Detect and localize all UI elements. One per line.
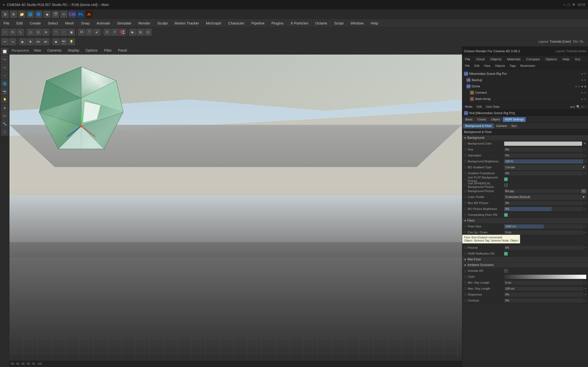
menu-plugins[interactable]: Plugins bbox=[270, 20, 285, 26]
sidebar-btn-camera[interactable]: 📷 bbox=[1, 88, 9, 95]
filter-menu[interactable]: Filter bbox=[102, 48, 113, 53]
saturation-value[interactable]: 0% bbox=[504, 153, 583, 158]
sidebar-btn-material[interactable]: ◈ bbox=[1, 104, 9, 111]
tool-render-view[interactable]: ▶ bbox=[129, 29, 136, 36]
tab-basic[interactable]: Basic bbox=[463, 117, 475, 122]
use-spherical-bg-checkbox[interactable] bbox=[504, 184, 508, 187]
menu-window[interactable]: Window bbox=[349, 20, 365, 26]
menu-mesh[interactable]: Mesh bbox=[63, 20, 75, 26]
dispersion-value[interactable]: 0% bbox=[504, 292, 583, 297]
tool-rotate[interactable]: ↻ bbox=[9, 29, 16, 36]
sidebar-btn-deformer[interactable]: ⌁ bbox=[1, 72, 9, 79]
options-menu[interactable]: Options bbox=[84, 48, 99, 53]
bg-color-arrow[interactable]: ▼ bbox=[583, 142, 586, 145]
tool2-light[interactable]: 💡 bbox=[68, 38, 75, 45]
fresnel-value[interactable]: 0% bbox=[504, 246, 583, 250]
tool-move[interactable]: ↔ bbox=[1, 29, 9, 36]
sidebar-btn-light[interactable]: 💡 bbox=[1, 96, 9, 103]
section-wet-floor[interactable]: ▼ Wet Floor bbox=[462, 257, 588, 262]
close-btn[interactable]: ✕ bbox=[572, 2, 575, 7]
cameras-menu[interactable]: Cameras bbox=[45, 48, 63, 53]
tab-camera[interactable]: Camera bbox=[494, 124, 509, 128]
oct-tab-tags[interactable]: Tags bbox=[508, 63, 517, 68]
tool2-stop[interactable]: ■ bbox=[27, 38, 34, 45]
taskbar-icon-8[interactable]: ✏ bbox=[60, 11, 68, 18]
taskbar-icon-ai[interactable]: Ai bbox=[85, 11, 93, 18]
oct-tab-file[interactable]: File bbox=[464, 63, 471, 68]
sidebar-btn-poly[interactable]: ⬡ bbox=[1, 128, 9, 136]
tool2-next[interactable]: ⏭ bbox=[42, 38, 49, 45]
tab-hdri[interactable]: HDRI Settings bbox=[503, 117, 526, 122]
sidebar-btn-scene[interactable]: 🌐 bbox=[1, 80, 9, 87]
disp-arrow[interactable]: + bbox=[585, 293, 586, 296]
menu-pipeline[interactable]: Pipeline bbox=[250, 20, 266, 26]
bg-brightness-value[interactable]: 100 % bbox=[504, 159, 583, 164]
max-ray-arrow[interactable]: + bbox=[585, 287, 586, 290]
tool-texture[interactable]: T bbox=[86, 29, 93, 36]
taskbar-icon-3[interactable]: 📁 bbox=[18, 11, 26, 18]
oct-menu-file[interactable]: File bbox=[464, 57, 472, 62]
tool-model[interactable]: M bbox=[78, 29, 85, 36]
menu-octane[interactable]: Octane bbox=[314, 20, 329, 26]
mode-tab[interactable]: Mode bbox=[464, 104, 474, 109]
tree-item-atom[interactable]: A Atom Array ■ ⚙ bbox=[462, 96, 588, 102]
tree-item-connect[interactable]: A Connect ■ ⚙ bbox=[462, 90, 588, 96]
oct-menu-materials[interactable]: Materials bbox=[506, 57, 522, 62]
tool-select[interactable]: ◻ bbox=[27, 29, 34, 36]
min-ray-arrow[interactable]: + bbox=[585, 281, 586, 284]
tool2-prev[interactable]: ⏮ bbox=[35, 38, 42, 45]
menu-edit[interactable]: Edit bbox=[15, 20, 24, 26]
display-menu[interactable]: Display bbox=[66, 48, 81, 53]
tab-sun[interactable]: Sun bbox=[509, 124, 519, 128]
tool-grid[interactable]: # bbox=[111, 29, 118, 36]
menu-xparticles[interactable]: X-Particles bbox=[289, 20, 310, 26]
tool-paint[interactable]: 🖌 bbox=[94, 29, 100, 36]
oct-tab-view[interactable]: View bbox=[483, 63, 492, 68]
tool-live[interactable]: ⊕ bbox=[42, 29, 49, 36]
oct-menu-compare[interactable]: Compare bbox=[525, 57, 541, 62]
menu-mograph[interactable]: MoGraph bbox=[205, 20, 223, 26]
tab-object[interactable]: Object bbox=[489, 117, 502, 122]
taskbar-icon-ps[interactable]: Ps bbox=[77, 11, 84, 18]
tool-render-all[interactable]: ⊡ bbox=[145, 29, 152, 36]
contrast-value[interactable]: 0% bbox=[504, 299, 583, 303]
oct-menu-objects[interactable]: Objects bbox=[489, 57, 503, 62]
hdri-reflection-checkbox[interactable]: ✓ bbox=[504, 252, 508, 256]
section-floor[interactable]: ▼ Floor bbox=[462, 218, 588, 224]
menu-motiontracker[interactable]: Motion Tracker bbox=[173, 20, 200, 26]
oct-menu-options[interactable]: Options bbox=[544, 57, 558, 62]
max-ray-value[interactable]: 100 cm bbox=[504, 287, 583, 291]
tool-render-region[interactable]: ⊞ bbox=[137, 29, 144, 36]
view-menu[interactable]: View bbox=[32, 48, 43, 53]
tool2-undo[interactable]: ↩ bbox=[1, 38, 9, 45]
menu-create[interactable]: Create bbox=[28, 20, 42, 26]
blur-slider-arrow[interactable]: + bbox=[585, 201, 586, 205]
section-background[interactable]: ▼ Background bbox=[462, 135, 588, 141]
gradient-type-dropdown[interactable]: Circular ▼ bbox=[504, 165, 586, 170]
tool-edge[interactable]: ⟋ bbox=[60, 29, 67, 36]
tool-lasso[interactable]: ⊡ bbox=[35, 29, 42, 36]
bg-picture-clear-btn[interactable]: ✕ bbox=[581, 189, 586, 193]
oct-tab-bookmarks[interactable]: Bookmarks bbox=[519, 63, 537, 68]
floor-size-value[interactable]: 1000 cm bbox=[504, 224, 583, 229]
bg-color-swatch[interactable] bbox=[504, 142, 582, 146]
eve-updown-value[interactable]: 0 cm bbox=[504, 230, 583, 234]
hue-slider-arrow[interactable]: + bbox=[585, 148, 586, 151]
activate-ao-checkbox[interactable] bbox=[504, 269, 508, 273]
taskbar-icon-6[interactable]: ◆ bbox=[43, 11, 51, 18]
min-ray-value[interactable]: 0 cm bbox=[504, 281, 583, 285]
minimize-btn[interactable]: – bbox=[563, 2, 565, 7]
eve-slider-arrow[interactable]: + bbox=[585, 231, 586, 234]
fresnel-slider-arrow[interactable]: + bbox=[585, 246, 586, 249]
oct-tab-edit[interactable]: Edit bbox=[473, 63, 481, 68]
fs-slider-arrow[interactable]: + bbox=[585, 225, 586, 228]
tool-point[interactable]: • bbox=[52, 29, 60, 36]
tree-item-rig[interactable]: LO Nikomedias Scene Rig Pro ■ ⚙ bbox=[462, 71, 588, 77]
menu-script[interactable]: Script bbox=[333, 20, 345, 26]
sidebar-btn-tag[interactable]: 🏷 bbox=[1, 112, 9, 119]
tool2-redo[interactable]: ↪ bbox=[9, 38, 16, 45]
contrast-arrow[interactable]: + bbox=[585, 299, 586, 302]
taskbar-icon-4[interactable]: 🌐 bbox=[26, 11, 34, 18]
section-ao[interactable]: ▼ Ambient Occlusion bbox=[462, 262, 588, 268]
tool2-keyframe[interactable]: ◆ bbox=[52, 38, 60, 45]
